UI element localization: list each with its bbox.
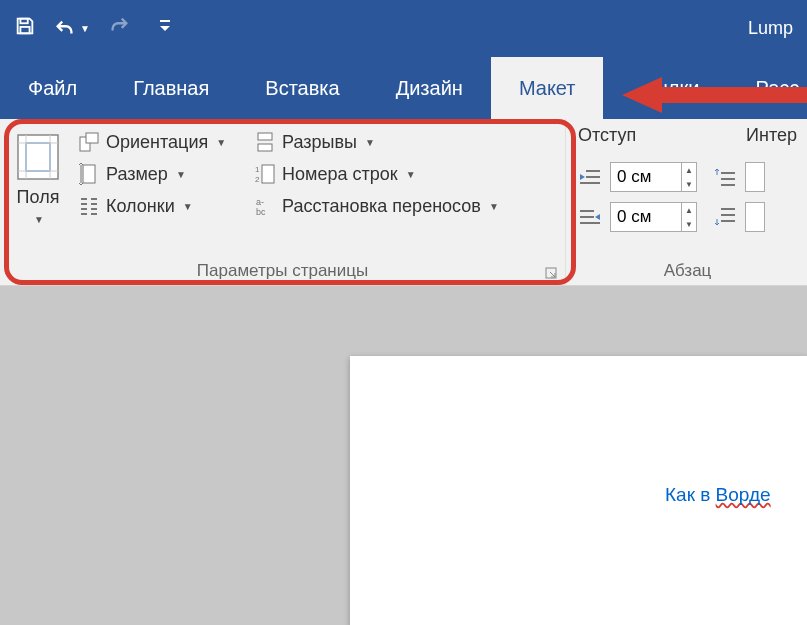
indent-right-spinner[interactable]: ▲▼ (610, 202, 697, 232)
spacing-after-spinner[interactable] (745, 202, 765, 232)
line-numbers-icon: 12 (254, 163, 276, 185)
svg-rect-26 (262, 165, 274, 183)
document-page[interactable]: Как в Ворде (350, 356, 807, 625)
tab-references[interactable]: сылки (603, 57, 727, 119)
breaks-button[interactable]: Разрывы▼ (250, 129, 503, 155)
svg-text:2: 2 (255, 175, 260, 184)
svg-text:a-: a- (256, 197, 264, 207)
margins-icon (16, 133, 60, 181)
svg-rect-12 (83, 165, 95, 183)
indent-left-icon (578, 167, 602, 187)
svg-text:bc: bc (256, 207, 266, 217)
spacing-after-icon (713, 207, 737, 227)
indent-left-input[interactable] (611, 163, 681, 191)
tab-mailings[interactable]: Расс (727, 57, 807, 119)
svg-rect-0 (20, 19, 27, 24)
spacing-before-icon (713, 167, 737, 187)
svg-rect-1 (20, 27, 29, 33)
paragraph-group-label: Абзац (578, 257, 797, 281)
breaks-icon (254, 131, 276, 153)
page-setup-group-label: Параметры страницы (10, 257, 555, 281)
line-numbers-button[interactable]: 12 Номера строк▼ (250, 161, 503, 187)
chevron-down-icon: ▼ (34, 214, 44, 225)
tab-file[interactable]: Файл (0, 57, 105, 119)
document-text[interactable]: Как в Ворде (665, 484, 771, 506)
orientation-button[interactable]: Ориентация▼ (74, 129, 230, 155)
indent-header: Отступ (578, 125, 746, 146)
spacing-after-input[interactable] (746, 203, 765, 231)
tab-insert[interactable]: Вставка (237, 57, 367, 119)
dialog-launcher-icon[interactable] (545, 267, 557, 279)
spin-up-icon[interactable]: ▲ (682, 203, 696, 217)
spin-up-icon[interactable]: ▲ (682, 163, 696, 177)
spacing-before-spinner[interactable] (745, 162, 765, 192)
svg-rect-4 (18, 135, 58, 179)
quick-access-toolbar: ▼ (14, 15, 172, 42)
spin-down-icon[interactable]: ▼ (682, 177, 696, 191)
margins-button[interactable]: Поля ▼ (10, 125, 66, 257)
columns-icon (78, 195, 100, 217)
size-icon (78, 163, 100, 185)
orientation-icon (78, 131, 100, 153)
spacing-before-input[interactable] (746, 163, 765, 191)
indent-right-icon (578, 207, 602, 227)
redo-icon[interactable] (108, 15, 130, 42)
svg-rect-11 (86, 133, 98, 143)
indent-right-input[interactable] (611, 203, 681, 231)
ribbon: Поля ▼ Ориентация▼ Размер▼ Колонки▼ (0, 119, 807, 286)
save-icon[interactable] (14, 15, 36, 42)
hyphenation-button[interactable]: a-bc Расстановка переносов▼ (250, 193, 503, 219)
tab-home[interactable]: Главная (105, 57, 237, 119)
document-title: Lump (748, 18, 793, 39)
hyphenation-icon: a-bc (254, 195, 276, 217)
svg-text:1: 1 (255, 165, 260, 174)
spacing-header: Интер (746, 125, 797, 146)
group-paragraph: Отступ Интер ▲▼ (566, 119, 807, 285)
svg-rect-2 (160, 20, 170, 22)
svg-rect-23 (258, 144, 272, 151)
size-button[interactable]: Размер▼ (74, 161, 230, 187)
svg-rect-22 (258, 133, 272, 140)
ribbon-tabs: Файл Главная Вставка Дизайн Макет сылки … (0, 57, 807, 119)
qat-customize-icon[interactable] (158, 17, 172, 40)
undo-icon[interactable]: ▼ (54, 18, 90, 40)
title-bar: ▼ Lump (0, 0, 807, 57)
spin-down-icon[interactable]: ▼ (682, 217, 696, 231)
document-area: Как в Ворде (0, 286, 807, 625)
tab-design[interactable]: Дизайн (368, 57, 491, 119)
indent-left-spinner[interactable]: ▲▼ (610, 162, 697, 192)
tab-layout[interactable]: Макет (491, 57, 604, 119)
margins-label: Поля (17, 187, 60, 208)
group-page-setup: Поля ▼ Ориентация▼ Размер▼ Колонки▼ (0, 119, 566, 285)
columns-button[interactable]: Колонки▼ (74, 193, 230, 219)
